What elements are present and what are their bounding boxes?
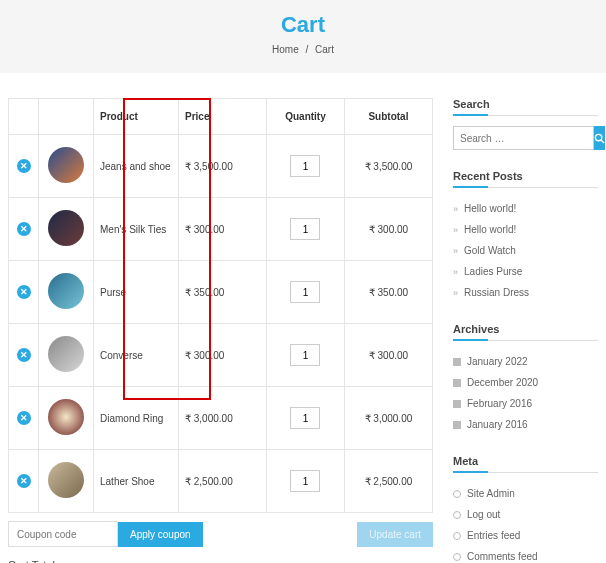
product-price: ₹ 2,500.00 [179,450,267,513]
search-input[interactable] [453,126,594,150]
breadcrumb: Home / Cart [0,44,606,55]
list-item[interactable]: Log out [453,504,598,525]
page-title: Cart [0,12,606,38]
square-icon [453,421,461,429]
chevron-icon: » [453,246,458,256]
th-price: Price [179,99,267,135]
table-row: ✕Purse₹ 350.00₹ 350.00 [9,261,433,324]
table-row: ✕Lather Shoe₹ 2,500.00₹ 2,500.00 [9,450,433,513]
cart-table: Product Price Quantity Subtotal ✕Jeans a… [8,98,433,513]
list-item[interactable]: »Ladies Purse [453,261,598,282]
remove-button[interactable]: ✕ [17,285,31,299]
product-subtotal: ₹ 300.00 [344,324,432,387]
th-product: Product [94,99,179,135]
crumb-separator: / [306,44,309,55]
product-subtotal: ₹ 3,500.00 [344,135,432,198]
circle-icon [453,490,461,498]
table-row: ✕Jeans and shoe₹ 3,500.00₹ 3,500.00 [9,135,433,198]
product-price: ₹ 3,500.00 [179,135,267,198]
list-item[interactable]: January 2022 [453,351,598,372]
list-item[interactable]: Comments feed [453,546,598,563]
product-price: ₹ 3,000.00 [179,387,267,450]
list-item[interactable]: »Hello world! [453,198,598,219]
quantity-input[interactable] [290,470,320,492]
list-item[interactable]: Entries feed [453,525,598,546]
chevron-icon: » [453,288,458,298]
search-widget: Search [453,98,598,150]
chevron-icon: » [453,204,458,214]
recent-posts-widget: Recent Posts »Hello world!»Hello world!»… [453,170,598,303]
th-subtotal: Subtotal [344,99,432,135]
remove-button[interactable]: ✕ [17,159,31,173]
product-name[interactable]: Converse [94,324,179,387]
product-image[interactable] [48,147,84,183]
product-price: ₹ 300.00 [179,324,267,387]
svg-point-0 [595,134,601,140]
apply-coupon-button[interactable]: Apply coupon [118,522,203,547]
archives-widget: Archives January 2022December 2020Februa… [453,323,598,435]
quantity-input[interactable] [290,155,320,177]
square-icon [453,400,461,408]
quantity-input[interactable] [290,344,320,366]
product-name[interactable]: Men's Silk Ties [94,198,179,261]
crumb-current: Cart [315,44,334,55]
list-item[interactable]: December 2020 [453,372,598,393]
product-image[interactable] [48,273,84,309]
th-qty: Quantity [267,99,345,135]
list-item[interactable]: »Hello world! [453,219,598,240]
list-item[interactable]: »Russian Dress [453,282,598,303]
hero-banner: Cart Home / Cart [0,0,606,73]
product-subtotal: ₹ 300.00 [344,198,432,261]
product-name[interactable]: Purse [94,261,179,324]
remove-button[interactable]: ✕ [17,411,31,425]
table-row: ✕Diamond Ring₹ 3,000.00₹ 3,000.00 [9,387,433,450]
table-row: ✕Men's Silk Ties₹ 300.00₹ 300.00 [9,198,433,261]
coupon-row: Apply coupon Update cart [8,521,433,547]
product-image[interactable] [48,399,84,435]
product-price: ₹ 300.00 [179,198,267,261]
product-image[interactable] [48,462,84,498]
product-image[interactable] [48,336,84,372]
table-row: ✕Converse₹ 300.00₹ 300.00 [9,324,433,387]
list-item[interactable]: February 2016 [453,393,598,414]
product-subtotal: ₹ 350.00 [344,261,432,324]
cart-totals-title: Cart Totals [8,559,223,563]
product-price: ₹ 350.00 [179,261,267,324]
remove-button[interactable]: ✕ [17,474,31,488]
svg-line-1 [601,139,604,142]
circle-icon [453,511,461,519]
quantity-input[interactable] [290,281,320,303]
search-title: Search [453,98,598,116]
chevron-icon: » [453,225,458,235]
product-name[interactable]: Diamond Ring [94,387,179,450]
update-cart-button[interactable]: Update cart [357,522,433,547]
list-item[interactable]: January 2016 [453,414,598,435]
recent-posts-title: Recent Posts [453,170,598,188]
remove-button[interactable]: ✕ [17,348,31,362]
archives-title: Archives [453,323,598,341]
search-button[interactable] [594,126,605,150]
quantity-input[interactable] [290,407,320,429]
product-subtotal: ₹ 3,000.00 [344,387,432,450]
meta-title: Meta [453,455,598,473]
crumb-home[interactable]: Home [272,44,299,55]
quantity-input[interactable] [290,218,320,240]
coupon-input[interactable] [8,521,118,547]
square-icon [453,379,461,387]
circle-icon [453,532,461,540]
square-icon [453,358,461,366]
product-name[interactable]: Lather Shoe [94,450,179,513]
product-name[interactable]: Jeans and shoe [94,135,179,198]
product-image[interactable] [48,210,84,246]
circle-icon [453,553,461,561]
product-subtotal: ₹ 2,500.00 [344,450,432,513]
remove-button[interactable]: ✕ [17,222,31,236]
search-icon [594,133,605,144]
list-item[interactable]: Site Admin [453,483,598,504]
meta-widget: Meta Site AdminLog outEntries feedCommen… [453,455,598,563]
chevron-icon: » [453,267,458,277]
list-item[interactable]: »Gold Watch [453,240,598,261]
